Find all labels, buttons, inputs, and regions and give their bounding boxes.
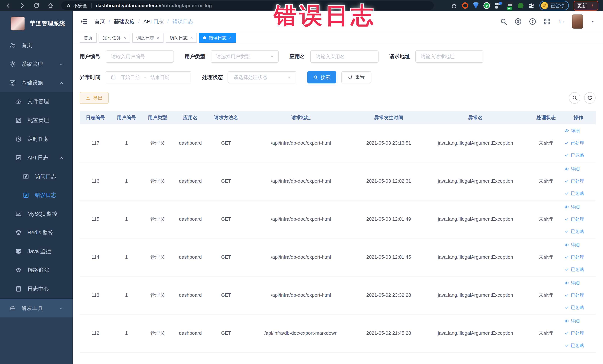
- cell-app-name: dashboard: [173, 314, 208, 352]
- sidebar-item-file-management[interactable]: 文件管理: [0, 92, 73, 111]
- tab-label: 定时任务: [103, 35, 121, 41]
- chevron-down-icon: [287, 75, 292, 80]
- extension-on-switch-icon[interactable]: on: [506, 2, 513, 9]
- sidebar-item-error-log[interactable]: 错误日志: [0, 186, 73, 205]
- hamburger-icon[interactable]: [81, 18, 88, 25]
- user-avatar[interactable]: [572, 14, 583, 29]
- chevron-up-icon: [58, 155, 64, 161]
- tab-access-log[interactable]: 访问日志×: [166, 33, 197, 43]
- detail-link[interactable]: 详细: [561, 163, 596, 175]
- request-url-input[interactable]: [415, 50, 483, 63]
- cell-process-status: 未处理: [531, 276, 561, 314]
- sidebar-item-redis-monitor[interactable]: Redis 监控: [0, 223, 73, 242]
- sidebar-item-system[interactable]: 系统管理: [0, 55, 73, 73]
- start-date-placeholder: 开始日期: [120, 74, 140, 81]
- browser-update-button[interactable]: 更新: [574, 1, 598, 11]
- browser-back-icon[interactable]: [5, 2, 12, 9]
- handled-label: 已处理: [571, 330, 584, 336]
- mark-handled-link[interactable]: 已处理: [561, 175, 596, 187]
- mark-ignored-link[interactable]: 已忽略: [561, 263, 596, 276]
- close-icon[interactable]: ×: [157, 35, 159, 40]
- mark-ignored-link[interactable]: 已忽略: [561, 225, 596, 237]
- close-icon[interactable]: ×: [229, 35, 232, 40]
- mark-handled-link[interactable]: 已处理: [561, 251, 596, 263]
- search-icon[interactable]: [500, 18, 507, 25]
- exception-time-range-picker[interactable]: 开始日期 - 结束日期: [106, 71, 191, 83]
- cloud-upload-icon: [15, 98, 22, 105]
- extension-orange-icon[interactable]: [462, 2, 468, 9]
- cell-user-type: 管理员: [142, 162, 173, 200]
- sidebar-item-dev-tools[interactable]: 研发工具: [0, 299, 73, 317]
- sidebar-item-mysql-monitor[interactable]: MySQL 监控: [0, 205, 73, 223]
- sidebar-item-scheduled-jobs[interactable]: 定时任务: [0, 130, 73, 148]
- extension-grid-icon[interactable]: [495, 2, 502, 9]
- eye-icon: [564, 318, 569, 323]
- browser-profile-badge[interactable]: ☺ 已暂停: [539, 1, 569, 10]
- profile-emoji-icon: ☺: [541, 2, 548, 9]
- tab-scheduled-jobs[interactable]: 定时任务×: [99, 33, 130, 43]
- user-id-input[interactable]: [106, 50, 174, 63]
- extension-green-check-icon[interactable]: v: [483, 2, 490, 9]
- detail-link[interactable]: 详细: [561, 315, 596, 327]
- extension-leaf-icon[interactable]: [518, 3, 523, 8]
- sidebar-item-api-log[interactable]: API 日志: [0, 148, 73, 167]
- search-button[interactable]: 搜索: [307, 71, 336, 83]
- sidebar-item-home[interactable]: 首页: [0, 36, 73, 55]
- tab-error-log[interactable]: 错误日志×: [199, 33, 236, 43]
- export-button[interactable]: 导出: [80, 92, 109, 104]
- sidebar-item-access-log[interactable]: 访问日志: [0, 167, 73, 186]
- reset-button[interactable]: 重置: [341, 71, 371, 83]
- sidebar-item-config-management[interactable]: 配置管理: [0, 111, 73, 130]
- sidebar-item-log-center[interactable]: 日志中心: [0, 280, 73, 298]
- sidebar-item-trace[interactable]: 链路追踪: [0, 261, 73, 280]
- mark-handled-link[interactable]: 已处理: [561, 213, 596, 225]
- cell-user-type: 管理员: [142, 238, 173, 276]
- close-icon[interactable]: ×: [190, 35, 193, 40]
- cell-exception-time: 2021-05-02 23:32:28: [357, 276, 420, 314]
- help-question-icon[interactable]: ?: [529, 18, 536, 25]
- breadcrumb-infrastructure[interactable]: 基础设施: [114, 18, 135, 25]
- mark-ignored-link[interactable]: 已忽略: [561, 187, 596, 200]
- detail-link[interactable]: 详细: [561, 201, 596, 213]
- mark-handled-link[interactable]: 已处理: [561, 327, 596, 339]
- breadcrumb-home[interactable]: 首页: [94, 18, 105, 25]
- detail-link[interactable]: 详细: [561, 277, 596, 289]
- mark-handled-link[interactable]: 已处理: [561, 289, 596, 301]
- browser-home-icon[interactable]: [47, 2, 54, 9]
- app-name-input[interactable]: [310, 50, 379, 63]
- extension-shield-icon[interactable]: [473, 2, 479, 9]
- mark-handled-link[interactable]: 已处理: [561, 137, 596, 149]
- mark-ignored-link[interactable]: 已忽略: [561, 149, 596, 161]
- browser-reload-icon[interactable]: [33, 2, 40, 9]
- tab-home[interactable]: 首页: [80, 33, 97, 43]
- github-icon[interactable]: [514, 18, 522, 25]
- detail-link[interactable]: 详细: [561, 239, 596, 251]
- fullscreen-icon[interactable]: [543, 18, 551, 25]
- tab-label: 错误日志: [209, 35, 227, 41]
- user-type-select[interactable]: 请选择用户类型: [210, 50, 279, 63]
- sidebar-item-java-monitor[interactable]: Java 监控: [0, 242, 73, 261]
- sidebar-logo[interactable]: 芋道管理系统: [0, 11, 73, 36]
- mark-ignored-link[interactable]: 已忽略: [561, 339, 596, 352]
- toggle-search-button[interactable]: [569, 92, 580, 104]
- cell-exception-time: 2021-05-02 21:45:28: [357, 314, 420, 352]
- detail-link[interactable]: 详细: [561, 125, 596, 137]
- mark-ignored-link[interactable]: 已忽略: [561, 301, 596, 314]
- tab-schedule-log[interactable]: 调度日志×: [132, 33, 163, 43]
- font-size-icon[interactable]: TT: [558, 18, 565, 25]
- browser-menu-dots-icon[interactable]: [590, 3, 595, 8]
- eye-icon: [564, 281, 569, 285]
- site-security-chip[interactable]: 不安全: [66, 3, 87, 9]
- caret-down-icon[interactable]: [590, 19, 595, 24]
- breadcrumb-api-log[interactable]: API 日志: [143, 18, 164, 25]
- extensions-puzzle-icon[interactable]: [528, 2, 534, 9]
- refresh-table-button[interactable]: [584, 92, 596, 104]
- process-status-select[interactable]: 请选择处理状态: [228, 71, 296, 83]
- col-exception-time: 异常发生时间: [357, 111, 420, 124]
- browser-forward-icon[interactable]: [19, 2, 26, 9]
- close-icon[interactable]: ×: [123, 35, 126, 40]
- sidebar-item-infrastructure[interactable]: 基础设施: [0, 73, 73, 92]
- address-bar[interactable]: 不安全 dashboard.yudao.iocoder.cn/infra/log…: [61, 1, 434, 10]
- ignored-label: 已忽略: [571, 228, 584, 234]
- bookmark-star-icon[interactable]: [451, 2, 457, 9]
